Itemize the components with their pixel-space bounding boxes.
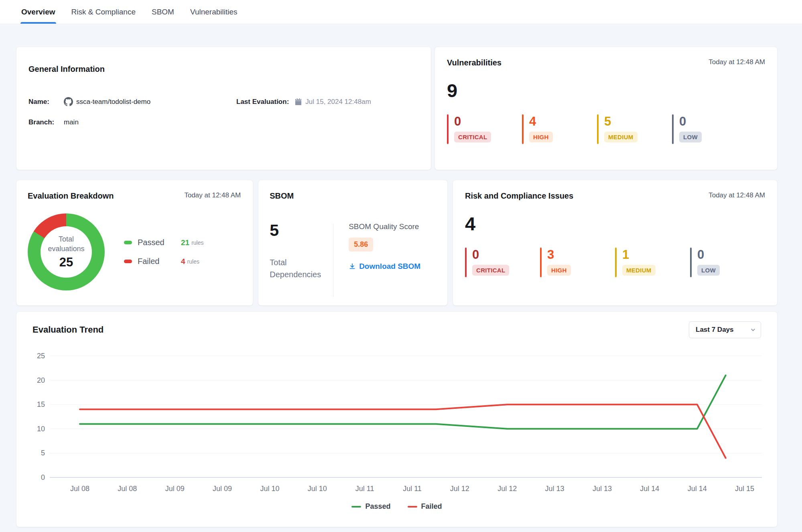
low-count: 0	[697, 248, 720, 261]
download-icon	[349, 263, 356, 270]
evaluation-breakdown-timestamp: Today at 12:48 AM	[184, 191, 241, 199]
svg-text:Jul 10: Jul 10	[308, 485, 327, 493]
donut-label-line2: evaluations	[48, 244, 84, 254]
sbom-quality-score-label: SBOM Quality Score	[349, 222, 420, 231]
passed-swatch	[124, 241, 132, 244]
failed-line-label: Failed	[421, 502, 442, 511]
risk-compliance-timestamp: Today at 12:48 AM	[709, 191, 765, 199]
risk-compliance-card: Risk and Compliance Issues Today at 12:4…	[453, 180, 778, 306]
donut-label-line1: Total	[48, 234, 84, 244]
trend-legend-passed[interactable]: Passed	[351, 502, 390, 511]
svg-text:Jul 13: Jul 13	[545, 485, 564, 493]
critical-bar	[447, 114, 449, 144]
sbom-title: SBOM	[270, 191, 436, 201]
legend-item-failed: Failed 4 rules	[124, 257, 241, 266]
severity-medium: 1 MEDIUM	[615, 248, 690, 277]
failed-swatch	[124, 260, 132, 263]
passed-label: Passed	[138, 238, 181, 247]
high-bar	[522, 114, 524, 144]
vulnerabilities-total: 9	[447, 81, 765, 100]
tab-overview[interactable]: Overview	[20, 0, 56, 24]
severity-high: 3 HIGH	[540, 248, 615, 277]
low-badge: LOW	[697, 265, 720, 276]
svg-text:25: 25	[37, 352, 45, 360]
trend-legend: Passed Failed	[32, 502, 761, 511]
low-bar	[690, 248, 692, 277]
medium-bar	[597, 114, 599, 144]
svg-text:Jul 09: Jul 09	[165, 485, 185, 493]
calendar-icon	[294, 98, 302, 106]
severity-critical: 0 CRITICAL	[465, 248, 540, 277]
svg-text:Jul 08: Jul 08	[70, 485, 89, 493]
page-content: General Information Name: ssca-team/todo…	[0, 24, 802, 527]
passed-line-label: Passed	[365, 502, 390, 511]
vulnerabilities-title: Vulnerabilities	[447, 58, 502, 67]
critical-bar	[465, 248, 467, 277]
general-information-card: General Information Name: ssca-team/todo…	[16, 47, 431, 170]
branch-value: main	[64, 118, 79, 126]
passed-unit: rules	[191, 240, 203, 246]
svg-text:Jul 11: Jul 11	[403, 485, 422, 493]
passed-count: 21	[181, 238, 189, 247]
tab-vulnerabilities[interactable]: Vulnerabilities	[189, 0, 238, 24]
sbom-quality-score-value: 5.86	[349, 238, 373, 252]
severity-critical: 0 CRITICAL	[447, 114, 522, 144]
repo-name-value: ssca-team/todolist-demo	[76, 98, 150, 106]
evaluation-trend-card: Evaluation Trend Last 7 Days 0510152025J…	[16, 311, 778, 527]
last-evaluation-label: Last Evaluation:	[236, 98, 289, 106]
high-count: 3	[547, 248, 571, 261]
legend-item-passed: Passed 21 rules	[124, 238, 241, 247]
medium-badge: MEDIUM	[604, 132, 638, 142]
svg-text:Jul 14: Jul 14	[640, 485, 659, 493]
tab-risk-compliance[interactable]: Risk & Compliance	[71, 0, 137, 24]
low-badge: LOW	[679, 132, 702, 142]
svg-text:20: 20	[37, 376, 45, 384]
svg-text:Jul 09: Jul 09	[213, 485, 232, 493]
risk-compliance-title: Risk and Compliance Issues	[465, 191, 573, 201]
risk-compliance-total: 4	[465, 214, 765, 233]
critical-badge: CRITICAL	[472, 265, 509, 276]
critical-badge: CRITICAL	[454, 132, 491, 142]
vulnerabilities-card: Vulnerabilities Today at 12:48 AM 9 0 CR…	[435, 47, 778, 170]
trend-legend-failed[interactable]: Failed	[408, 502, 442, 511]
name-label: Name:	[28, 98, 64, 106]
general-information-title: General Information	[28, 65, 419, 74]
high-badge: HIGH	[547, 265, 571, 276]
chevron-down-icon	[750, 327, 756, 333]
tab-bar: Overview Risk & Compliance SBOM Vulnerab…	[0, 0, 802, 24]
svg-text:15: 15	[37, 400, 45, 408]
svg-text:Jul 08: Jul 08	[118, 485, 137, 493]
medium-badge: MEDIUM	[622, 265, 656, 276]
svg-text:5: 5	[41, 449, 45, 457]
svg-text:10: 10	[37, 425, 45, 433]
vulnerabilities-timestamp: Today at 12:48 AM	[709, 58, 765, 66]
svg-text:Jul 14: Jul 14	[688, 485, 707, 493]
svg-text:Jul 10: Jul 10	[260, 485, 279, 493]
medium-count: 5	[604, 115, 638, 128]
svg-text:0: 0	[41, 473, 45, 481]
last-evaluation-value: Jul 15, 2024 12:48am	[305, 98, 371, 106]
severity-high: 4 HIGH	[522, 114, 597, 144]
failed-line-swatch	[408, 506, 417, 508]
high-badge: HIGH	[529, 132, 553, 142]
total-dependencies-count: 5	[270, 222, 321, 239]
critical-count: 0	[454, 115, 491, 128]
evaluation-trend-chart: 0510152025Jul 08Jul 08Jul 09Jul 09Jul 10…	[32, 344, 762, 498]
medium-bar	[615, 248, 617, 277]
download-sbom-link[interactable]: Download SBOM	[349, 262, 420, 271]
svg-text:Jul 12: Jul 12	[497, 485, 517, 493]
date-range-select[interactable]: Last 7 Days	[689, 321, 761, 338]
high-bar	[540, 248, 542, 277]
tab-sbom[interactable]: SBOM	[151, 0, 175, 24]
download-sbom-label: Download SBOM	[359, 262, 420, 271]
severity-low: 0 LOW	[690, 248, 765, 277]
donut-total: 25	[59, 255, 73, 270]
failed-unit: rules	[187, 258, 199, 265]
evaluations-donut-chart: Total evaluations 25	[28, 213, 105, 290]
branch-label: Branch:	[28, 118, 64, 126]
svg-text:Jul 11: Jul 11	[355, 485, 374, 493]
critical-count: 0	[472, 248, 509, 261]
low-count: 0	[679, 115, 702, 128]
severity-medium: 5 MEDIUM	[597, 114, 672, 144]
high-count: 4	[529, 115, 553, 128]
